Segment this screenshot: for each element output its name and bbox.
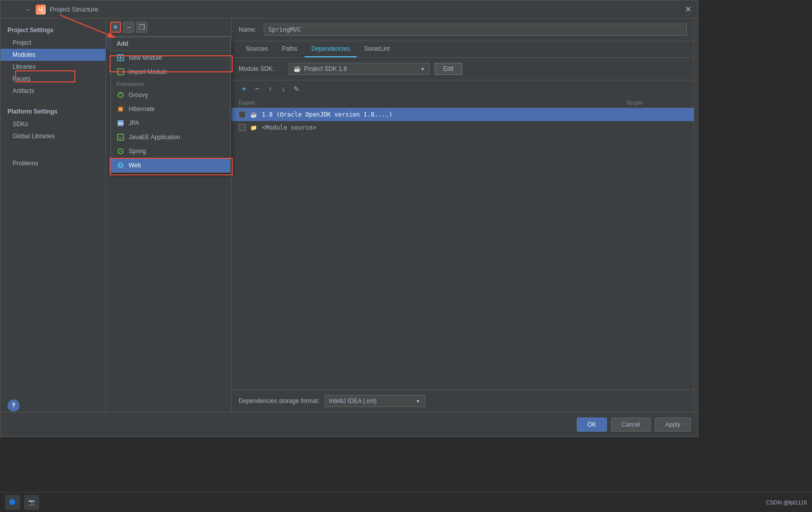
add-menu-web[interactable]: Web [111, 158, 230, 172]
cancel-button[interactable]: Cancel [611, 418, 651, 432]
right-scrollbar[interactable] [694, 19, 698, 412]
name-label: Name: [239, 26, 259, 33]
forward-button[interactable]: → [22, 5, 33, 15]
dep-name-jdk: 1.8 (Oracle OpenJDK version 1.8....) [262, 111, 623, 118]
ok-button[interactable]: OK [577, 418, 606, 432]
taskbar-item-1[interactable]: 🔵 [5, 495, 20, 510]
sidebar: Project Settings Project Modules Librari… [1, 19, 106, 412]
project-structure-dialog: ← → IJ Project Structure ✕ Project Setti… [0, 0, 698, 437]
tab-dependencies[interactable]: Dependencies [304, 41, 357, 57]
remove-module-button[interactable]: − [123, 22, 134, 33]
svg-rect-3 [118, 69, 124, 75]
module-panel: + − ❐ Add New Module [106, 19, 232, 412]
add-dep-button[interactable]: + [239, 83, 250, 94]
deps-list: ☕ 1.8 (Oracle OpenJDK version 1.8....) 📁… [232, 108, 694, 389]
project-settings-label: Project Settings [1, 24, 106, 37]
new-module-label: New Module [129, 54, 162, 61]
tab-sonarlint[interactable]: SonarLint [357, 41, 396, 57]
tab-sources[interactable]: Sources [239, 41, 275, 57]
dialog-title: Project Structure [50, 6, 683, 13]
framework-section-label: Framework [111, 79, 230, 88]
hibernate-label: Hibernate [129, 106, 155, 113]
add-menu-jpa[interactable]: JPA JPA [111, 116, 230, 130]
dep-name-module-source: <Module source> [262, 124, 623, 131]
sdk-dropdown-text: ☕ Project SDK 1.8 [293, 65, 347, 72]
add-menu-groovy[interactable]: Groovy [111, 88, 230, 102]
storage-dropdown-chevron: ▼ [416, 398, 421, 404]
sidebar-item-global-libraries[interactable]: Global Libraries [1, 130, 106, 142]
sidebar-item-artifacts[interactable]: Artifacts [1, 85, 106, 97]
back-button[interactable]: ← [9, 5, 20, 15]
dependencies-panel: Module SDK: ☕ Project SDK 1.8 ▼ Edit + −… [232, 58, 694, 412]
dep-item-module-source[interactable]: 📁 <Module source> [232, 121, 694, 134]
storage-row: Dependencies storage format: IntelliJ ID… [232, 389, 694, 412]
apply-button[interactable]: Apply [655, 418, 691, 432]
scope-header: Scope [627, 99, 687, 106]
web-icon [117, 161, 125, 169]
tab-paths[interactable]: Paths [275, 41, 304, 57]
name-row: Name: [232, 19, 694, 41]
svg-text:H: H [119, 108, 122, 111]
javaee-label: JavaEE Application [129, 134, 180, 141]
add-menu-import-module[interactable]: Import Module [111, 65, 230, 79]
add-module-button[interactable]: + [110, 22, 121, 33]
dialog-body: Project Settings Project Modules Librari… [1, 19, 698, 412]
edit-dep-button[interactable]: ✎ [291, 83, 302, 94]
javaee-icon: EE [117, 133, 125, 141]
move-dep-down-button[interactable]: ↓ [278, 83, 289, 94]
dep-java-icon: ☕ [250, 111, 258, 119]
nav-arrows: ← → [6, 3, 36, 17]
taskbar: 🔵 📷 CSDN @fpl1116 [0, 492, 812, 512]
deps-list-header: Export Scope [232, 97, 694, 108]
copy-module-button[interactable]: ❐ [136, 22, 147, 33]
sdk-value: Project SDK 1.8 [304, 65, 347, 72]
storage-dropdown[interactable]: IntelliJ IDEA (.iml) ▼ [325, 395, 425, 407]
sidebar-item-problems[interactable]: Problems [1, 157, 106, 169]
export-header: Export [239, 99, 627, 106]
import-module-icon [117, 68, 125, 76]
web-label: Web [129, 162, 141, 169]
edit-sdk-button[interactable]: Edit [435, 63, 462, 75]
spring-label: Spring [129, 148, 146, 155]
add-menu-new-module[interactable]: New Module [111, 51, 230, 65]
sidebar-item-libraries[interactable]: Libraries [1, 61, 106, 73]
add-menu-javaee[interactable]: EE JavaEE Application [111, 130, 230, 144]
storage-label: Dependencies storage format: [239, 397, 320, 404]
sidebar-item-facets[interactable]: Facets [1, 73, 106, 85]
sdk-dropdown-chevron: ▼ [420, 66, 425, 72]
dep-checkbox-module-source[interactable] [239, 124, 246, 131]
svg-text:JPA: JPA [118, 122, 124, 125]
storage-value: IntelliJ IDEA (.iml) [329, 397, 377, 404]
dep-item-jdk[interactable]: ☕ 1.8 (Oracle OpenJDK version 1.8....) [232, 108, 694, 121]
sdk-row: Module SDK: ☕ Project SDK 1.8 ▼ Edit [232, 58, 694, 80]
new-module-icon [117, 54, 125, 62]
dep-folder-icon: 📁 [250, 124, 258, 132]
platform-settings-label: Platform Settings [1, 105, 106, 118]
app-icon: IJ [36, 5, 46, 15]
taskbar-item-2[interactable]: 📷 [24, 495, 39, 510]
hibernate-icon: H [117, 105, 125, 113]
spring-icon [117, 147, 125, 155]
help-icon[interactable]: ? [8, 399, 20, 412]
groovy-label: Groovy [129, 91, 148, 98]
remove-dep-button[interactable]: − [252, 83, 263, 94]
svg-text:EE: EE [119, 136, 123, 139]
sdk-dropdown[interactable]: ☕ Project SDK 1.8 ▼ [289, 63, 430, 75]
import-module-label: Import Module [129, 68, 167, 75]
sidebar-item-project[interactable]: Project [1, 37, 106, 49]
java-sdk-icon: ☕ [293, 65, 301, 72]
sdk-label: Module SDK: [239, 65, 284, 72]
jpa-icon: JPA [117, 119, 125, 127]
jpa-label: JPA [129, 120, 139, 127]
tabs-row: Sources Paths Dependencies SonarLint [232, 41, 694, 58]
main-panel: Name: Sources Paths Dependencies SonarLi… [232, 19, 694, 412]
name-input[interactable] [264, 24, 687, 36]
sidebar-item-modules[interactable]: Modules [1, 49, 106, 61]
sidebar-item-sdks[interactable]: SDKs [1, 118, 106, 130]
close-button[interactable]: ✕ [683, 5, 693, 15]
dep-checkbox-jdk[interactable] [239, 111, 246, 118]
move-dep-up-button[interactable]: ↑ [265, 83, 276, 94]
deps-toolbar: + − ↑ ↓ ✎ [232, 80, 694, 97]
add-menu-hibernate[interactable]: H Hibernate [111, 102, 230, 116]
add-menu-spring[interactable]: Spring [111, 144, 230, 158]
